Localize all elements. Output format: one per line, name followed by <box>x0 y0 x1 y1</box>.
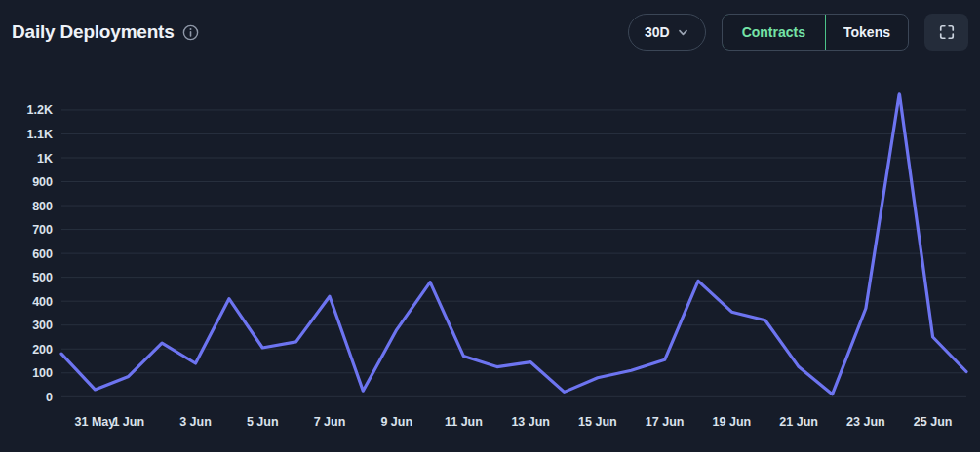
x-tick-label: 17 Jun <box>646 415 685 429</box>
y-tick-label: 100 <box>32 366 53 380</box>
title-wrap: Daily Deployments <box>12 21 199 43</box>
y-tick-label: 1.2K <box>27 103 53 117</box>
y-tick-label: 700 <box>32 223 53 237</box>
y-tick-label: 500 <box>32 271 53 284</box>
x-tick-label: 3 Jun <box>179 415 212 429</box>
x-tick-label: 1 Jun <box>112 415 144 429</box>
x-tick-label: 15 Jun <box>578 415 617 429</box>
y-tick-label: 600 <box>32 247 53 261</box>
info-icon[interactable] <box>182 24 199 41</box>
y-tick-label: 400 <box>32 295 53 309</box>
x-tick-label: 25 Jun <box>914 415 953 429</box>
x-tick-label: 31 May <box>75 415 116 429</box>
fullscreen-button[interactable] <box>924 14 968 51</box>
deployments-chart: 01002003004005006007008009001K1.1K1.2K31… <box>0 0 980 452</box>
chart-controls: 30D Contracts Tokens <box>628 14 968 51</box>
chart-header: Daily Deployments 30D Contracts Tokens <box>0 0 980 64</box>
x-tick-label: 21 Jun <box>779 415 818 429</box>
chevron-down-icon <box>677 26 689 39</box>
y-tick-label: 0 <box>46 391 53 404</box>
y-tick-label: 300 <box>32 319 53 332</box>
toggle-tokens[interactable]: Tokens <box>826 15 908 50</box>
x-tick-label: 7 Jun <box>314 415 346 429</box>
x-tick-label: 9 Jun <box>380 415 412 429</box>
fullscreen-corners-icon <box>937 22 957 42</box>
y-tick-label: 800 <box>32 200 53 213</box>
x-tick-label: 5 Jun <box>247 415 279 429</box>
range-selector-label: 30D <box>645 24 670 40</box>
series-toggle: Contracts Tokens <box>722 14 909 51</box>
y-tick-label: 900 <box>32 175 53 189</box>
x-tick-label: 23 Jun <box>846 415 885 429</box>
x-tick-label: 13 Jun <box>511 415 550 429</box>
x-tick-label: 11 Jun <box>445 415 483 429</box>
x-tick-label: 19 Jun <box>713 415 752 429</box>
page-title: Daily Deployments <box>12 21 175 43</box>
y-tick-label: 200 <box>32 343 53 357</box>
toggle-contracts[interactable]: Contracts <box>722 14 826 51</box>
y-tick-label: 1.1K <box>27 128 53 141</box>
daily-deployments-chart-card: 01002003004005006007008009001K1.1K1.2K31… <box>0 0 980 452</box>
y-tick-label: 1K <box>37 152 53 166</box>
range-selector-button[interactable]: 30D <box>628 14 706 51</box>
